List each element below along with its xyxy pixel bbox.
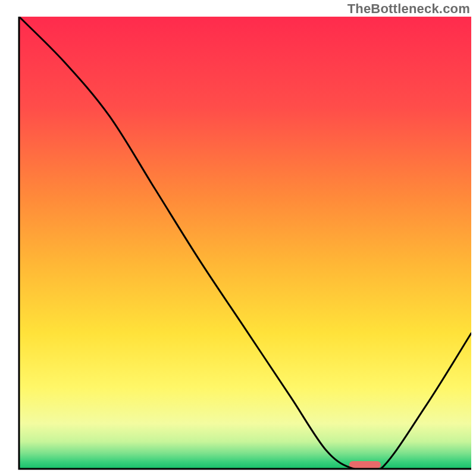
watermark-text: TheBottleneck.com xyxy=(347,1,470,17)
optimal-range-marker xyxy=(349,461,381,468)
bottleneck-chart xyxy=(0,0,476,476)
chart-container: TheBottleneck.com xyxy=(0,0,476,476)
gradient-background xyxy=(19,17,471,469)
